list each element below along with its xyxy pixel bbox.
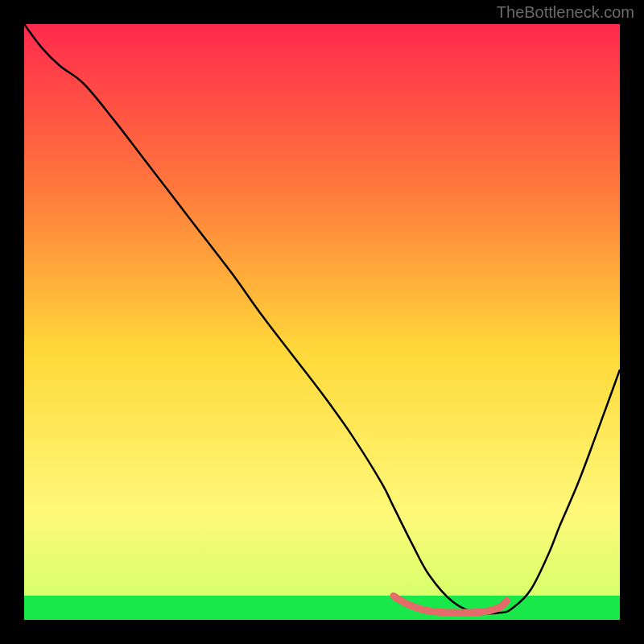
chart-plot-area [24,24,620,620]
watermark-text: TheBottleneck.com [497,3,634,22]
green-baseline-band [24,596,620,620]
gradient-background [24,24,620,620]
bottleneck-chart [24,24,620,620]
